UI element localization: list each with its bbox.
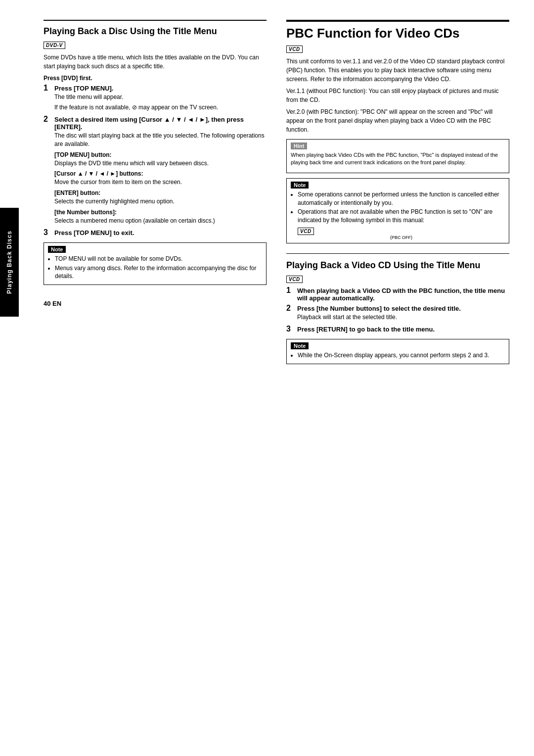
sub2-label: [Cursor ▲ / ▼ / ◄ / ►] buttons: (54, 170, 267, 177)
hint-title: Hint (291, 142, 307, 149)
dvd-badge-text: DVD-V (46, 43, 63, 48)
sub4-desc: Selects a numbered menu option (availabl… (54, 217, 267, 225)
vcd-badge-pbc: VCD (286, 46, 303, 53)
left-intro: Some DVDs have a title menu, which lists… (44, 53, 267, 71)
vc-step-3-title: Press [RETURN] to go back to the title m… (297, 326, 509, 333)
left-section-title: Playing Back a Disc Using the Title Menu (44, 26, 267, 37)
step-1-number: 1 (44, 84, 54, 93)
pbc-section-title: PBC Function for Video CDs (286, 20, 509, 41)
step-2-title: Select a desired item using [Cursor ▲ / … (54, 116, 267, 131)
right-note-item-1: Some operations cannot be performed unle… (298, 190, 505, 207)
vcd-badge-pbc-text: VCD (289, 47, 300, 52)
side-tab-label: Playing Back Discs (6, 231, 13, 294)
step-2-number: 2 (44, 115, 54, 124)
sub3-label: [ENTER] button: (54, 189, 267, 196)
step-3: 3 Press [TOP MENU] to exit. (44, 229, 267, 237)
sub3-desc: Selects the currently highlighted menu o… (54, 197, 267, 206)
step-2: 2 Select a desired item using [Cursor ▲ … (44, 116, 267, 227)
press-first-label: Press [DVD] first. (44, 74, 267, 83)
step-1: 1 Press [TOP MENU]. The title menu will … (44, 85, 267, 114)
vcd-badge-vc: VCD (286, 276, 303, 283)
pbc-off-symbol: VCD (PBC OFF) (298, 228, 505, 240)
sub2-desc: Move the cursor from item to item on the… (54, 178, 267, 187)
right-note-item-2: Operations that are not available when t… (298, 208, 505, 225)
dvd-badge-container: DVD-V (44, 41, 267, 49)
page-number: 40 EN (44, 300, 267, 307)
vc-note-item-1: While the On-Screen display appears, you… (298, 351, 505, 360)
step-1-title: Press [TOP MENU]. (54, 85, 267, 92)
left-note-item-1: TOP MENU will not be available for some … (55, 255, 262, 263)
dvd-badge: DVD-V (44, 42, 65, 49)
step-3-content: Press [TOP MENU] to exit. (54, 229, 267, 237)
vc-step-1-content: When playing back a Video CD with the PB… (297, 287, 509, 303)
vc-note-box: Note While the On-Screen display appears… (286, 339, 509, 364)
video-cd-section-title: Playing Back a Video CD Using the Title … (286, 260, 509, 271)
section-divider (286, 253, 509, 254)
pbc-ver20: Ver.2.0 (with PBC function): "PBC ON" wi… (286, 107, 509, 134)
vc-step-1-number: 1 (286, 286, 297, 295)
sub1-desc: Displays the DVD title menu which will v… (54, 159, 267, 168)
vc-step-1-title: When playing back a Video CD with the PB… (297, 287, 509, 302)
hint-box: Hint When playing back Video CDs with th… (286, 139, 509, 173)
pbc-off-badge-text: VCD (300, 229, 312, 234)
step-3-number: 3 (44, 228, 54, 237)
vc-step-3: 3 Press [RETURN] to go back to the title… (286, 326, 509, 334)
side-tab: Playing Back Discs (0, 208, 19, 317)
vc-note-list: While the On-Screen display appears, you… (291, 351, 505, 360)
left-note-item-2: Menus vary among discs. Refer to the inf… (55, 264, 262, 281)
vc-step-1: 1 When playing back a Video CD with the … (286, 287, 509, 303)
step-1-note: If the feature is not available, ⊘ may a… (54, 103, 267, 112)
pbc-off-label: (PBC OFF) (298, 235, 505, 240)
pbc-off-badge: VCD (298, 228, 314, 235)
vc-step-2-desc: Playback will start at the selected titl… (297, 313, 509, 322)
left-note-list: TOP MENU will not be available for some … (48, 255, 262, 281)
vc-note-title: Note (291, 342, 309, 349)
step-1-content: Press [TOP MENU]. The title menu will ap… (54, 85, 267, 114)
main-content: Playing Back a Disc Using the Title Menu… (19, 0, 534, 388)
sub1-label: [TOP MENU] button: (54, 151, 267, 158)
vc-step-2-title: Press [the Number buttons] to select the… (297, 305, 509, 312)
step-2-desc: The disc will start playing back at the … (54, 132, 267, 148)
vcd-badge-container-pbc: VCD (286, 45, 509, 53)
vc-step-3-content: Press [RETURN] to go back to the title m… (297, 326, 509, 334)
right-note-box: Note Some operations cannot be performed… (286, 178, 509, 243)
vc-step-2-number: 2 (286, 304, 297, 313)
vc-step-2-content: Press [the Number buttons] to select the… (297, 305, 509, 324)
left-note-title: Note (48, 246, 66, 253)
step-2-content: Select a desired item using [Cursor ▲ / … (54, 116, 267, 227)
two-column-layout: Playing Back a Disc Using the Title Menu… (44, 20, 509, 368)
vc-step-3-number: 3 (286, 325, 297, 333)
step-3-title: Press [TOP MENU] to exit. (54, 229, 267, 236)
right-note-list: Some operations cannot be performed unle… (291, 190, 505, 225)
vc-step-2: 2 Press [the Number buttons] to select t… (286, 305, 509, 324)
pbc-desc: This unit conforms to ver.1.1 and ver.2.… (286, 57, 509, 84)
pbc-ver11: Ver.1.1 (without PBC function): You can … (286, 87, 509, 104)
right-note-title: Note (291, 182, 309, 189)
right-column: PBC Function for Video CDs VCD This unit… (286, 20, 509, 368)
left-column: Playing Back a Disc Using the Title Menu… (44, 20, 267, 368)
sub4-label: [the Number buttons]: (54, 209, 267, 216)
left-note-box: Note TOP MENU will not be available for … (44, 242, 267, 285)
vcd-badge-vc-text: VCD (289, 277, 300, 282)
hint-text: When playing back Video CDs with the PBC… (291, 151, 505, 167)
step-1-desc: The title menu will appear. (54, 93, 267, 101)
vcd-badge-container-vc: VCD (286, 275, 509, 283)
